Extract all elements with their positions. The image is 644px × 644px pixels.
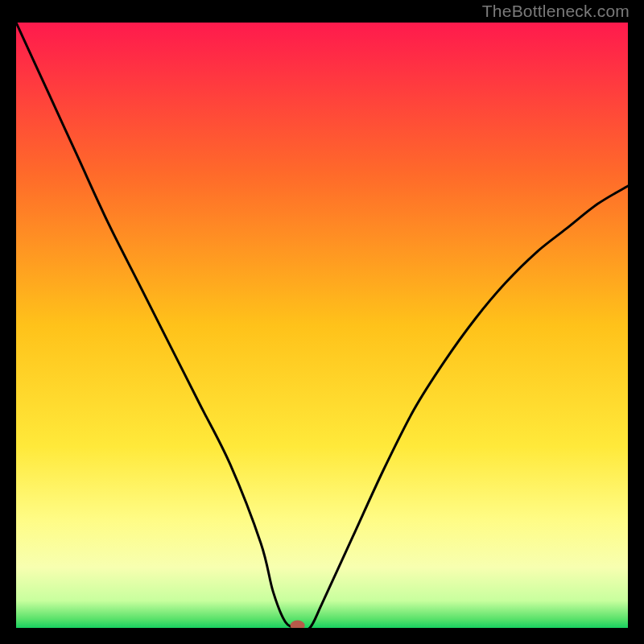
plot-area	[16, 23, 628, 628]
bottleneck-chart	[16, 23, 628, 628]
watermark-text: TheBottleneck.com	[482, 2, 630, 21]
gradient-background	[16, 23, 628, 628]
chart-frame: TheBottleneck.com	[0, 0, 644, 644]
